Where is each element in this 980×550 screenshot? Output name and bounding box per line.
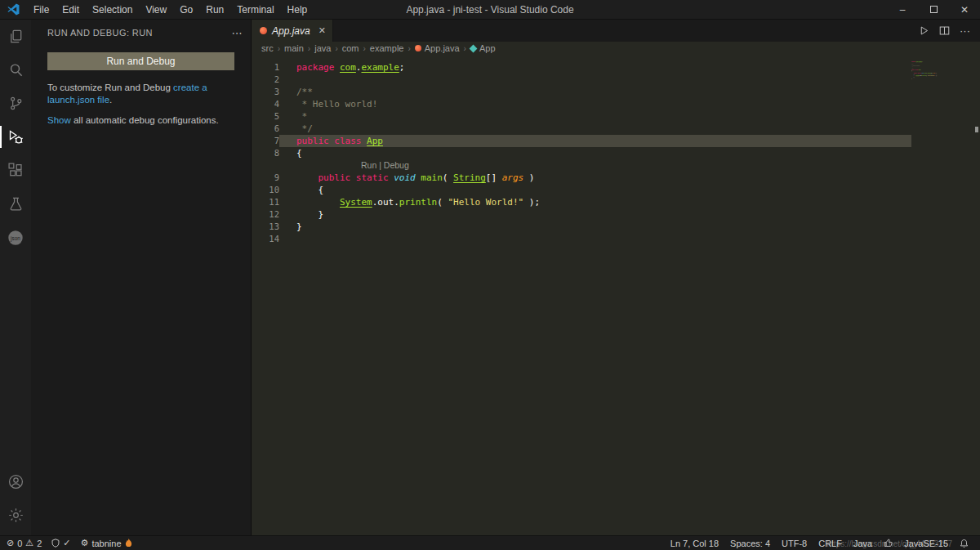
code-editor[interactable]: 1package com.example;23/**4 * Hello worl… <box>252 55 980 535</box>
code-line-content[interactable]: package com.example; <box>279 61 911 74</box>
menu-terminal[interactable]: Terminal <box>230 0 280 19</box>
status-language-mode[interactable]: Java <box>853 539 872 548</box>
status-cursor-position[interactable]: Ln 7, Col 18 <box>670 539 719 548</box>
token-kw: package <box>296 62 334 73</box>
more-editor-actions-button[interactable]: ··· <box>960 25 970 37</box>
activity-testing[interactable] <box>0 187 31 221</box>
token-pln: .out. <box>372 197 399 208</box>
activity-search[interactable] <box>0 53 31 87</box>
token-cls: System <box>340 197 372 208</box>
status-java-runtime[interactable]: JavaSE-15 <box>904 539 948 548</box>
line-number[interactable]: 11 <box>252 196 279 208</box>
activity-extensions[interactable] <box>0 154 31 187</box>
customize-suffix: . <box>109 95 112 105</box>
line-number[interactable]: 3 <box>252 86 279 98</box>
breadcrumb-label: example <box>370 43 404 53</box>
activity-run-and-debug[interactable] <box>0 120 31 154</box>
token-pln <box>334 62 340 73</box>
close-button[interactable]: ✕ <box>949 0 980 19</box>
activity-json-viewer[interactable]: json <box>0 221 31 254</box>
menu-go[interactable]: Go <box>173 0 199 19</box>
breadcrumb-java[interactable]: java <box>314 43 331 53</box>
run-and-debug-button[interactable]: Run and Debug <box>47 52 234 70</box>
status-problems[interactable]: ⊘0⚠2 <box>7 539 42 548</box>
breadcrumb-example[interactable]: example <box>370 43 404 53</box>
tab-close-icon[interactable]: ✕ <box>318 25 326 36</box>
token-cmt: * Hello world! <box>296 99 377 110</box>
line-number[interactable]: 14 <box>252 233 279 245</box>
minimap[interactable]: package com.example;/** * Hello world! *… <box>911 61 970 159</box>
line-number[interactable]: 2 <box>252 74 279 86</box>
line-number[interactable]: 4 <box>252 98 279 110</box>
codelens-debug-link[interactable]: Debug <box>384 160 409 170</box>
status-indentation[interactable]: Spaces: 4 <box>730 539 770 548</box>
line-number[interactable]: 9 <box>252 172 279 184</box>
code-line-content[interactable]: System.out.println( "Hello World!" ); <box>279 196 911 208</box>
breadcrumb-main[interactable]: main <box>284 43 304 53</box>
line-number[interactable]: 1 <box>252 61 279 74</box>
activity-explorer[interactable] <box>0 20 31 53</box>
code-line-content[interactable]: public class App <box>279 135 911 147</box>
code-line-content[interactable] <box>279 74 911 86</box>
status-tabnine[interactable]: ⚙tabnine <box>81 539 132 548</box>
breadcrumb-app[interactable]: App <box>470 43 496 53</box>
line-number[interactable]: 12 <box>252 208 279 221</box>
menu-run[interactable]: Run <box>199 0 230 19</box>
code-lines: 1package com.example;23/**4 * Hello worl… <box>252 61 980 245</box>
show-configurations-link[interactable]: Show <box>47 115 71 125</box>
line-number[interactable]: 7 <box>252 135 279 147</box>
menu-help[interactable]: Help <box>281 0 314 19</box>
menu-selection[interactable]: Selection <box>86 0 139 19</box>
status-eol[interactable]: CRLF <box>818 539 842 548</box>
code-line-content[interactable]: } <box>279 221 911 233</box>
line-number[interactable]: 6 <box>252 123 279 135</box>
code-line-content[interactable]: * Hello world! <box>279 98 911 110</box>
menu-edit[interactable]: Edit <box>56 0 86 19</box>
line-number[interactable]: 5 <box>252 110 279 123</box>
code-line-content[interactable]: public static void main( String[] args ) <box>279 172 911 184</box>
code-line-content[interactable]: */ <box>279 123 911 135</box>
activity-settings[interactable] <box>0 499 31 532</box>
code-line-content[interactable]: { <box>279 147 911 159</box>
code-line-content[interactable] <box>279 233 911 245</box>
status-status-check[interactable]: ✓ <box>51 539 70 548</box>
token-str: "Hello World!" <box>448 197 523 208</box>
status-java-status[interactable] <box>884 539 893 548</box>
menu-file[interactable]: File <box>27 0 56 19</box>
status-encoding[interactable]: UTF-8 <box>782 539 807 548</box>
breadcrumb-com[interactable]: com <box>342 43 359 53</box>
line-number[interactable]: 10 <box>252 184 279 196</box>
token-pln: ); <box>523 197 540 208</box>
line-number[interactable]: 13 <box>252 221 279 233</box>
activity-accounts[interactable] <box>0 465 31 499</box>
tab-app-java[interactable]: App.java ✕ <box>252 20 333 42</box>
code-line-content[interactable]: * <box>279 110 911 123</box>
status-java-runtime-label: JavaSE-15 <box>904 539 948 548</box>
token-pln: } <box>296 209 323 220</box>
breadcrumb-src[interactable]: src <box>261 43 274 53</box>
code-line-content[interactable]: } <box>279 208 911 221</box>
close-icon: ✕ <box>960 4 969 16</box>
breadcrumb-app-java[interactable]: App.java <box>415 43 460 53</box>
split-editor-button[interactable] <box>939 25 950 36</box>
token-pln: ; <box>399 62 405 73</box>
code-line-14: 14 <box>252 233 980 245</box>
token-cls: App <box>367 136 383 146</box>
code-line-10: 10 { <box>252 184 980 196</box>
activity-bar-bottom <box>0 465 31 535</box>
minimize-button[interactable]: – <box>887 0 918 19</box>
run-file-button[interactable] <box>919 25 929 36</box>
activity-bar: json <box>0 20 31 535</box>
code-line-content[interactable]: { <box>279 184 911 196</box>
codelens-run-link[interactable]: Run <box>361 160 376 170</box>
thumbsup-icon <box>884 539 893 548</box>
code-line-content[interactable]: /** <box>279 86 911 98</box>
menu-view[interactable]: View <box>139 0 173 19</box>
status-notifications[interactable] <box>960 539 969 548</box>
maximize-button[interactable] <box>918 0 949 19</box>
more-actions-icon[interactable]: ⋯ <box>232 27 243 39</box>
line-number[interactable]: 8 <box>252 147 279 159</box>
chevron-right-icon: › <box>363 44 366 53</box>
class-symbol-icon <box>469 44 477 52</box>
activity-source-control[interactable] <box>0 87 31 120</box>
